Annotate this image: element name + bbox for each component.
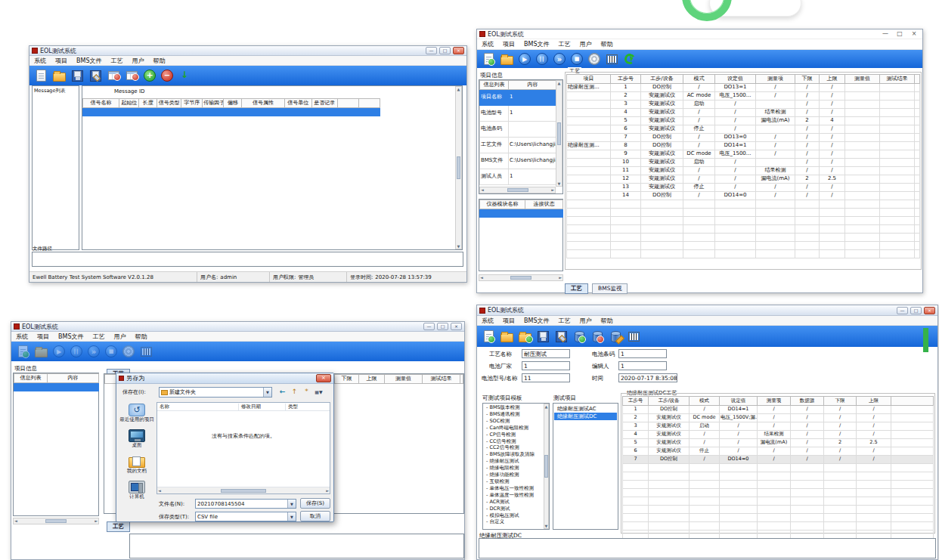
table-row[interactable] (14, 383, 99, 391)
column-header[interactable]: 信号单位 (284, 99, 311, 108)
template-item[interactable]: 单体温度一致性检测 (484, 492, 543, 499)
table-row[interactable]: BMS文件C:\Users\lichangjiang\Desktop\ (480, 153, 557, 169)
column-header[interactable]: 测量值 (385, 375, 423, 384)
save-in-combobox[interactable]: 新建文件夹 ▼ (159, 387, 272, 398)
close-button[interactable]: × (924, 307, 935, 314)
template-item[interactable]: 互锁检测 (484, 478, 543, 485)
menu-item[interactable]: BMS文件 (54, 333, 88, 341)
open-folder-icon[interactable] (500, 56, 513, 65)
menu-item[interactable]: 系统 (477, 40, 498, 48)
file-list[interactable]: 名称 修改日期 类型 没有与搜索条件匹配的项。 ◄► (156, 402, 330, 494)
table-row[interactable] (623, 506, 934, 514)
table-row[interactable]: 13安规测试仪停止//// (567, 184, 920, 192)
db-delete-icon[interactable] (593, 331, 603, 342)
menu-item[interactable]: 工艺 (106, 57, 127, 65)
log-textbox[interactable] (129, 534, 464, 558)
title-bar[interactable]: EOL测试系统 — □ × (29, 46, 466, 56)
save-icon[interactable] (538, 331, 549, 342)
column-header[interactable]: 下限 (824, 397, 857, 406)
column-header[interactable]: 仪器模块名称 (480, 200, 525, 209)
table-row[interactable] (623, 481, 934, 489)
table-row[interactable] (623, 497, 934, 506)
column-header[interactable]: 内容 (48, 374, 99, 383)
column-header[interactable]: 传输因子 (203, 99, 224, 108)
menu-item[interactable]: 系统 (29, 57, 51, 65)
add-folder-icon[interactable] (519, 333, 531, 342)
barcode-icon[interactable] (628, 332, 640, 342)
scrollbar-thumb[interactable] (507, 188, 528, 192)
column-header[interactable]: 内容 (509, 81, 557, 90)
column-header[interactable]: 测试结果 (880, 75, 915, 84)
column-header[interactable]: 工步/设备 (641, 75, 683, 84)
place-computer[interactable]: 计算机 (119, 481, 155, 500)
template-item[interactable]: 绝缘功能检测 (484, 472, 543, 478)
column-header[interactable]: 设定值 (720, 397, 758, 406)
panel-horizontal-scrollbar[interactable]: ◄► (13, 518, 99, 524)
save-as-icon[interactable] (556, 331, 567, 342)
menu-item[interactable]: 项目 (498, 317, 519, 325)
start-test-icon[interactable] (519, 53, 531, 65)
column-header[interactable]: 信号类型 (157, 99, 181, 108)
column-header[interactable]: 数据源 (791, 397, 824, 406)
table-row[interactable] (480, 209, 563, 218)
maximize-button[interactable]: □ (894, 29, 906, 39)
column-header[interactable]: 起始位 (119, 99, 139, 108)
template-item[interactable]: BMS版本检测 (484, 404, 543, 411)
editor-input[interactable]: 1 (618, 361, 667, 370)
column-header[interactable]: 设定值 (715, 75, 756, 84)
template-item[interactable]: 绝缘耐压测试 (484, 458, 543, 465)
template-item[interactable]: 绝缘电阻检测 (484, 465, 543, 472)
new-file-icon[interactable] (18, 345, 28, 357)
table-row[interactable]: 3安规测试仪启动/// (567, 101, 920, 109)
table-row[interactable] (567, 200, 920, 209)
menu-item[interactable]: 项目 (33, 333, 54, 341)
column-header[interactable]: 信息列表 (14, 374, 48, 383)
table-row[interactable]: 电池型号1 (480, 106, 557, 122)
column-header[interactable] (337, 99, 358, 108)
chevron-down-icon[interactable]: ▼ (287, 500, 296, 508)
place-desktop[interactable]: 桌面 (119, 429, 155, 448)
column-type[interactable]: 类型 (286, 404, 330, 410)
file-path-input[interactable] (32, 252, 463, 267)
import-icon[interactable] (178, 70, 191, 82)
column-header[interactable]: 项目 (567, 75, 611, 84)
menu-item[interactable]: 工艺 (553, 317, 575, 325)
process-name-input[interactable]: 耐压测试 (522, 349, 570, 358)
minimize-button[interactable]: — (879, 29, 891, 39)
template-item[interactable]: 模拟电压测试 (484, 512, 543, 519)
column-header[interactable]: 模式 (690, 397, 720, 406)
column-header[interactable]: 测试结果 (423, 375, 460, 384)
scroll-down-icon[interactable]: ▼ (457, 244, 460, 249)
battery-vendor-input[interactable]: 1 (522, 361, 570, 370)
new-process-icon[interactable] (484, 330, 494, 342)
column-header[interactable]: 测量值 (845, 75, 880, 84)
menu-item[interactable]: 工艺 (88, 333, 109, 341)
table-row[interactable]: 12安规测试仪//漏电流(mA)22.5 (567, 175, 920, 184)
pause-test-icon[interactable] (70, 345, 82, 357)
column-header[interactable]: 测量项 (756, 75, 795, 84)
menu-item[interactable]: BMS文件 (519, 317, 553, 325)
db-edit-icon[interactable] (611, 331, 621, 342)
column-header[interactable]: 模式 (683, 75, 715, 84)
filetype-select[interactable]: CSV file ▼ (195, 512, 296, 521)
horizontal-scrollbar[interactable]: ◄ ► (479, 187, 556, 193)
stop-test-icon[interactable] (571, 53, 583, 65)
template-item[interactable]: DCR测试 (484, 506, 543, 512)
table-row[interactable] (623, 489, 934, 497)
column-header[interactable]: 连接状态 (525, 200, 563, 209)
table-row[interactable] (623, 514, 934, 522)
maximize-button[interactable]: □ (437, 323, 448, 330)
disc-icon[interactable] (588, 53, 600, 65)
add-icon[interactable] (144, 70, 156, 82)
column-header[interactable] (358, 99, 380, 108)
scrollbar-thumb[interactable] (457, 156, 460, 179)
template-item[interactable]: CC信号检测 (484, 438, 543, 445)
column-header[interactable]: 上限 (820, 75, 845, 84)
chevron-down-icon[interactable]: ▼ (287, 512, 296, 521)
test-item[interactable]: 绝缘耐压测试DC (554, 413, 617, 420)
column-header[interactable] (891, 397, 934, 406)
template-item[interactable]: BMS故障读取及清除 (484, 451, 543, 458)
column-header[interactable]: 上限 (359, 375, 385, 384)
menu-item[interactable]: 帮助 (148, 57, 169, 65)
table-row[interactable]: 测试人员1 (480, 169, 557, 185)
